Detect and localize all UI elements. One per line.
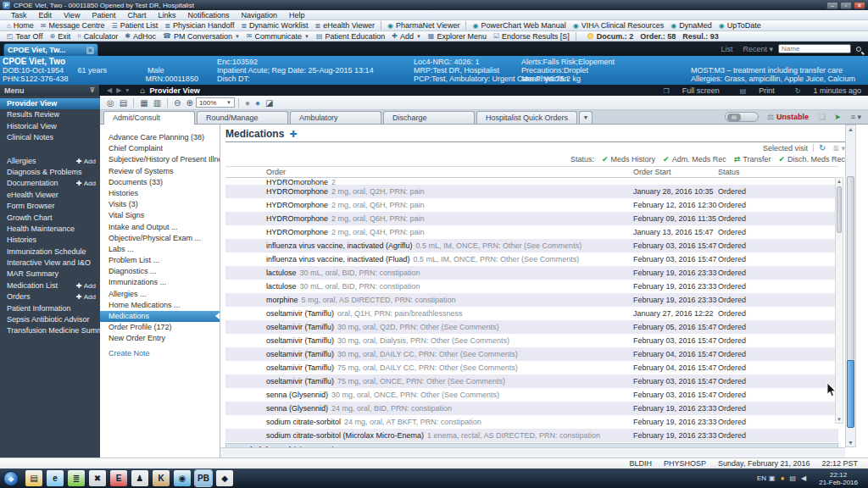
taskbar-app-icon[interactable]: e xyxy=(47,470,64,486)
section-nav-item[interactable]: Documents (33) xyxy=(100,177,220,188)
toolbar-action-button[interactable]: ☎ PM Conversation ▼ xyxy=(159,31,243,41)
toolbar-link-button[interactable]: ◉ PharmaNet Viewer xyxy=(384,21,463,30)
medication-row[interactable]: HYDROmorphone2 mg, oral, Q2H, PRN: pain … xyxy=(225,185,838,198)
sign-out-icon[interactable]: ➤ xyxy=(834,113,841,121)
toolbar-link-button[interactable]: ◉ UpToDate xyxy=(715,21,765,30)
section-nav-item[interactable]: Histories xyxy=(100,188,220,199)
section-nav-item[interactable]: Medications xyxy=(100,311,220,322)
scroll-thumb[interactable] xyxy=(837,186,842,233)
find-icon[interactable]: ◎ xyxy=(107,98,114,108)
toolbar-link-button[interactable]: ⌂ Home xyxy=(3,21,37,30)
menu-item[interactable]: View xyxy=(58,11,86,19)
taskbar-app-icon[interactable]: ♟ xyxy=(131,470,148,486)
section-nav-item[interactable]: Diagnostics ... xyxy=(100,266,220,277)
section-nav-item[interactable]: Problem List ... xyxy=(100,255,220,266)
column-order-start[interactable]: Order Start xyxy=(633,168,718,176)
toolbar-link-button[interactable]: ◉ PowerChart Web Manual xyxy=(469,21,569,30)
recent-button[interactable]: Recent ▾ xyxy=(743,45,773,53)
add-button[interactable]: ✚Add xyxy=(76,280,96,291)
toolbar-action-button[interactable]: ▦ Explorer Menu xyxy=(425,31,490,41)
back-icon[interactable]: ◀ xyxy=(107,86,112,94)
scroll-down-icon[interactable]: ▼ xyxy=(836,417,843,422)
sidebar-item[interactable]: Results Review xyxy=(0,109,100,120)
medication-row[interactable]: morphine5 mg, oral, AS DIRECTED, PRN: co… xyxy=(225,293,838,307)
medication-row[interactable]: oseltamivir (Tamiflu)75 mg, oral, DAILY … xyxy=(225,361,838,374)
tray-network-icon[interactable]: ▣ xyxy=(769,474,776,482)
forward-icon[interactable]: ▶ xyxy=(116,86,121,94)
medication-row[interactable]: HYDROmorphone2 mg, oral, Q6H, PRN: pain … xyxy=(225,212,838,225)
page-scroll-thumb-highlight[interactable] xyxy=(847,360,854,428)
tray-update-icon[interactable]: ● xyxy=(781,474,785,482)
toolbar-action-button[interactable]: ✱ AdHoc xyxy=(121,31,159,41)
section-nav-item[interactable]: New Order Entry xyxy=(100,333,220,344)
status-circle-blue-icon[interactable]: ● xyxy=(255,98,260,108)
refresh-visit-icon[interactable]: ↻ xyxy=(819,143,826,152)
toolbar-link-button[interactable]: ◉ DynaMed xyxy=(667,21,715,30)
language-indicator[interactable]: EN xyxy=(757,474,766,482)
toolbar-link-button[interactable]: ◉ VIHA Clinical Resources xyxy=(570,21,668,30)
print-view-icon[interactable]: ▦ xyxy=(140,98,147,108)
horizontal-scrollbar[interactable] xyxy=(220,447,845,458)
volume-icon[interactable]: ◀ xyxy=(801,474,806,482)
sidebar-item[interactable]: Transfusion Medicine Summary xyxy=(0,325,100,336)
legend-item[interactable]: ✔ Disch. Meds Rec xyxy=(778,155,845,164)
start-button[interactable]: ❖ xyxy=(3,471,19,486)
medication-row[interactable]: senna (Glysennid)30 mg, oral, ONCE, PRN:… xyxy=(225,388,838,402)
sidebar-item[interactable]: Historical View xyxy=(0,121,100,132)
section-nav-item[interactable]: Labs ... xyxy=(100,244,220,255)
medication-row[interactable]: oseltamivir (Tamiflu)oral, Q1H, PRN: pai… xyxy=(225,307,838,320)
close-icon[interactable]: ✕ xyxy=(86,47,94,54)
section-nav-item[interactable]: Visits (3) xyxy=(100,199,220,210)
medication-row[interactable]: oseltamivir (Tamiflu)30 mg, oral, Q2D, P… xyxy=(225,320,838,334)
column-status[interactable]: Status xyxy=(718,168,838,176)
document-icon[interactable]: ▤ xyxy=(120,98,127,108)
medication-row[interactable]: oseltamivir (Tamiflu)30 mg, oral, Dialys… xyxy=(225,334,838,347)
view-tab[interactable]: Admit/Consult xyxy=(103,111,195,125)
pin-icon[interactable]: ⊽ xyxy=(90,86,96,94)
section-nav-item[interactable]: Home Medications ... xyxy=(100,300,220,311)
taskbar-app-icon[interactable]: ▤ xyxy=(25,470,42,486)
taskbar-app-icon[interactable]: ✖ xyxy=(89,470,106,486)
sidebar-item[interactable]: Patient Information xyxy=(0,303,100,314)
layout-icon[interactable]: ◪ xyxy=(265,98,273,108)
section-nav-item[interactable]: Chief Complaint xyxy=(100,143,220,154)
medication-row[interactable]: lactulose30 mL, oral, BID, PRN: constipa… xyxy=(225,266,838,280)
sidebar-item[interactable]: Medication List ✚Add xyxy=(0,280,100,291)
menu-item[interactable]: Navigation xyxy=(235,11,283,19)
close-button[interactable]: ✕ xyxy=(854,2,865,9)
page-scroll-up-icon[interactable]: ▲ xyxy=(846,126,855,132)
medication-row[interactable]: oseltamivir (Tamiflu)75 mg, oral, ONCE, … xyxy=(225,374,838,388)
create-note-link[interactable]: Create Note xyxy=(100,349,220,358)
sidebar-item[interactable]: Sepsis Antibiotic Advisor xyxy=(0,314,100,325)
taskbar-app-icon[interactable]: ◉ xyxy=(174,470,191,486)
medication-row[interactable]: sodium citrate-sorbitol (Microlax Micro-… xyxy=(225,429,838,442)
section-nav-item[interactable]: Order Profile (172) xyxy=(100,322,220,333)
toolbar-link-button[interactable]: ≣ eHealth Viewer xyxy=(311,21,378,30)
zoom-level-select[interactable]: 100%▼ xyxy=(196,97,235,108)
sidebar-item[interactable]: Documentation ✚Add xyxy=(0,178,100,189)
toolbar-link-button[interactable]: ≣ Dynamic Worklist xyxy=(237,21,311,30)
medication-row[interactable]: oseltamivir (Tamiflu)30 mg, oral, DAILY … xyxy=(225,347,838,361)
column-order[interactable]: Order xyxy=(266,168,633,176)
medication-row[interactable]: influenza virus vaccine, inactivated (Fl… xyxy=(225,252,838,266)
sidebar-item[interactable]: MAR Summary xyxy=(0,269,100,280)
section-nav-item[interactable]: Subjective/History of Present Illness xyxy=(100,154,220,165)
view-tab[interactable]: Round/Manage xyxy=(197,111,288,124)
sidebar-item[interactable]: Immunization Schedule xyxy=(0,247,100,258)
menu-item[interactable]: Links xyxy=(152,11,181,19)
section-nav-item[interactable]: Allergies ... xyxy=(100,289,220,300)
taskbar-app-icon[interactable]: E xyxy=(110,470,127,486)
taskbar-app-icon[interactable]: K xyxy=(153,470,170,486)
taskbar-app-icon[interactable]: ≣ xyxy=(68,470,85,486)
medication-row[interactable]: lactulose30 mL, oral, BID, PRN: constipa… xyxy=(225,280,838,293)
medication-row[interactable]: HYDROmorphone2 xyxy=(225,178,838,185)
section-nav-item[interactable]: Vital Signs xyxy=(100,210,220,221)
sidebar-item[interactable]: Provider View xyxy=(0,98,100,109)
toolbar-link-button[interactable]: ✉ Message Centre xyxy=(37,21,108,30)
view-tab[interactable]: Hospitalist Quick Orders xyxy=(476,111,577,124)
section-nav-item[interactable]: Review of Systems xyxy=(100,166,220,177)
toolbar-action-button[interactable]: ✚ Add ▼ xyxy=(388,31,425,41)
section-nav-item[interactable]: Advance Care Planning (38) xyxy=(100,132,220,143)
menu-item[interactable]: Edit xyxy=(33,11,58,19)
toolbar-action-button[interactable]: ☑ Endorse Results [S] xyxy=(490,31,573,41)
